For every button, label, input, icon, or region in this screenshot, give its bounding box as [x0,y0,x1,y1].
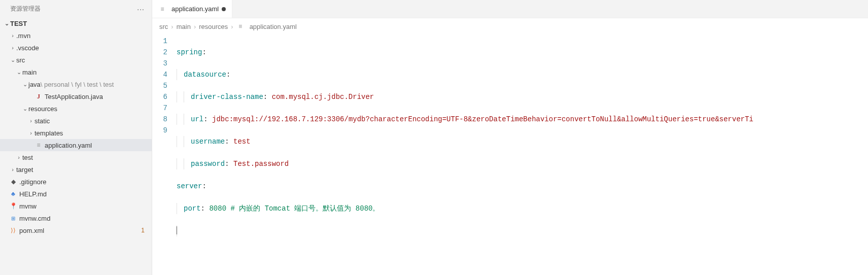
chevron-right-icon: › [27,130,34,136]
code-editor[interactable]: 123 456 789 spring: datasource: driver-c… [152,35,868,264]
folder-resources[interactable]: ⌄ resources [0,102,152,115]
tab-bar: ≡ application.yaml [152,0,868,18]
chevron-right-icon: › [231,23,233,30]
xml-icon: ⟩⟩ [9,226,17,234]
windows-icon: ⊞ [9,214,17,222]
file-mvnw[interactable]: 📍 mvnw [0,200,152,212]
file-application-yaml[interactable]: ≡ application.yaml [0,139,152,151]
chevron-right-icon: › [9,45,16,51]
line-gutter: 123 456 789 [152,36,177,259]
yaml-icon: ≡ [236,22,245,30]
crumb-src[interactable]: src [159,23,168,30]
file-gitignore[interactable]: ◆ .gitignore [0,176,152,188]
file-mvnw-cmd[interactable]: ⊞ mvnw.cmd [0,212,152,224]
yaml-icon: ≡ [34,141,43,149]
pin-icon: 📍 [9,202,17,210]
file-tree: ⌄ TEST › .mvn › .vscode ⌄ src ⌄ main ⌄ j… [0,17,152,275]
crumb-file[interactable]: application.yaml [250,23,297,30]
folder-java-path[interactable]: ⌄ java \ personal \ fyl \ test \ test [0,78,152,90]
chevron-down-icon: ⌄ [15,69,22,76]
more-icon[interactable]: ··· [137,5,145,13]
explorer-header: 资源管理器 ··· [0,0,152,17]
folder-src[interactable]: ⌄ src [0,54,152,66]
crumb-resources[interactable]: resources [199,23,228,30]
folder-vscode[interactable]: › .vscode [0,42,152,54]
explorer-sidebar: 资源管理器 ··· ⌄ TEST › .mvn › .vscode ⌄ src … [0,0,152,275]
markdown-icon: ♣ [9,190,17,198]
file-help-md[interactable]: ♣ HELP.md [0,188,152,200]
tab-label: application.yaml [171,5,219,13]
folder-main[interactable]: ⌄ main [0,66,152,78]
java-icon: J [34,92,43,100]
explorer-title: 资源管理器 [10,5,41,13]
chevron-right-icon: › [171,23,173,30]
chevron-right-icon: › [9,166,16,173]
breadcrumb[interactable]: src › main › resources › ≡ application.y… [152,18,868,35]
file-pom-xml[interactable]: ⟩⟩ pom.xml 1 [0,224,152,236]
crumb-main[interactable]: main [177,23,191,30]
tab-application-yaml[interactable]: ≡ application.yaml [152,0,232,18]
chevron-right-icon: › [15,154,22,160]
editor-area: ≡ application.yaml src › main › resource… [152,0,868,275]
chevron-down-icon: ⌄ [3,20,10,27]
project-root[interactable]: ⌄ TEST [0,17,152,29]
chevron-down-icon: ⌄ [21,106,28,112]
folder-test[interactable]: › test [0,151,152,163]
code-content[interactable]: spring: datasource: driver-class-name: c… [177,36,868,259]
folder-static[interactable]: › static [0,115,152,127]
folder-target[interactable]: › target [0,163,152,176]
yaml-icon: ≡ [158,5,166,13]
modified-dot-icon[interactable] [222,7,226,11]
folder-mvn[interactable]: › .mvn [0,29,152,42]
modified-badge: 1 [141,227,147,234]
chevron-right-icon: › [27,118,34,124]
chevron-down-icon: ⌄ [21,81,28,88]
folder-templates[interactable]: › templates [0,127,152,139]
chevron-right-icon: › [9,32,16,39]
git-icon: ◆ [9,178,17,186]
project-name: TEST [10,20,27,27]
chevron-right-icon: › [194,23,196,30]
chevron-down-icon: ⌄ [9,57,16,63]
file-testapplication-java[interactable]: J TestApplication.java [0,90,152,102]
